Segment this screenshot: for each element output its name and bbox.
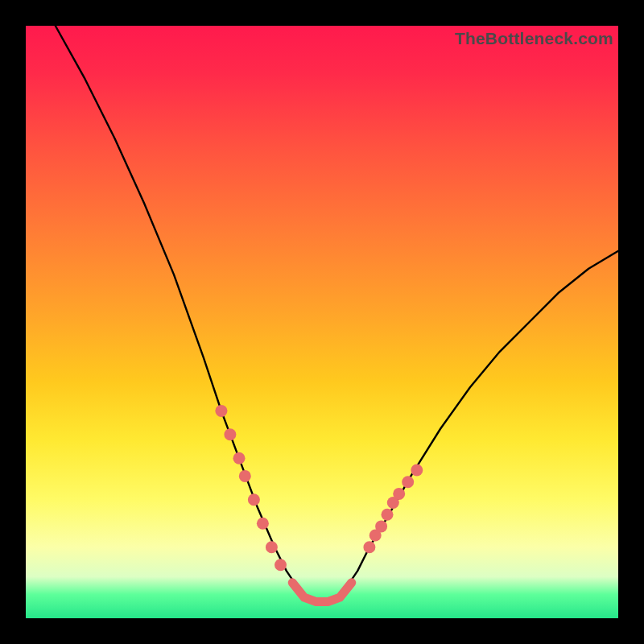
- highlight-dot: [375, 520, 387, 532]
- highlight-dot: [215, 405, 227, 417]
- dots-right-branch: [363, 464, 423, 554]
- highlight-dot: [239, 470, 251, 482]
- highlight-dot: [402, 476, 414, 488]
- chart-frame: TheBottleneck.com: [0, 0, 644, 644]
- plot-area: TheBottleneck.com: [26, 26, 618, 618]
- highlight-dot: [248, 493, 260, 506]
- highlight-dot: [257, 518, 269, 530]
- bottleneck-curve: [56, 26, 618, 604]
- highlight-dot: [411, 464, 423, 477]
- highlight-dot: [266, 541, 278, 553]
- highlight-dot: [233, 452, 246, 464]
- highlight-dot: [382, 509, 394, 521]
- highlight-dot: [363, 541, 375, 553]
- highlight-dot: [224, 428, 236, 440]
- chart-overlay: [26, 26, 618, 618]
- highlight-dot: [393, 488, 405, 500]
- trough-highlight: [292, 583, 352, 602]
- highlight-dot: [275, 559, 287, 571]
